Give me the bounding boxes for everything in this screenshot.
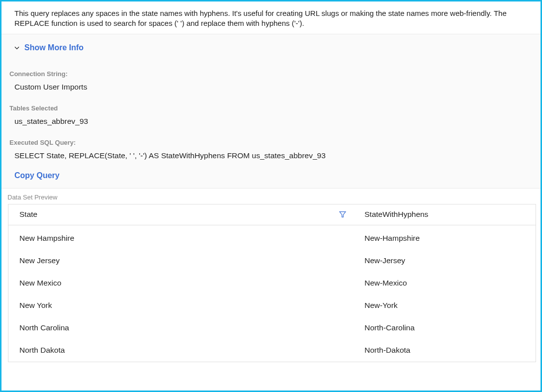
- show-more-toggle[interactable]: Show More Info: [9, 41, 533, 66]
- executed-sql-label: Executed SQL Query:: [9, 135, 533, 150]
- table-row: New MexicoNew-Mexico: [8, 272, 536, 294]
- executed-sql-value: SELECT State, REPLACE(State, ' ', '-') A…: [9, 150, 533, 169]
- tables-selected-label: Tables Selected: [9, 100, 533, 116]
- chevron-down-icon: [13, 44, 20, 51]
- table-header: State StateWithHyphens: [8, 204, 536, 225]
- svg-marker-0: [340, 212, 346, 217]
- cell-state: New Hampshire: [8, 234, 352, 243]
- app-frame: This query replaces any spaces in the st…: [0, 0, 542, 392]
- column-header-state[interactable]: State: [8, 210, 352, 219]
- connection-string-label: Connection String:: [9, 66, 533, 82]
- cell-state: New Jersey: [8, 256, 352, 265]
- query-description: This query replaces any spaces in the st…: [1, 1, 541, 34]
- cell-state-with-hyphens: North-Carolina: [352, 323, 536, 332]
- connection-string-value: Custom User Imports: [9, 82, 533, 100]
- tables-selected-value: us_states_abbrev_93: [9, 116, 533, 135]
- table-row: North CarolinaNorth-Carolina: [8, 317, 536, 339]
- dataset-table: State StateWithHyphens New HampshireNew-…: [8, 204, 536, 362]
- info-panel: Show More Info Connection String: Custom…: [1, 34, 541, 189]
- cell-state-with-hyphens: New-Hampshire: [352, 234, 536, 243]
- table-body: New HampshireNew-HampshireNew JerseyNew-…: [8, 225, 536, 362]
- show-more-label: Show More Info: [24, 43, 84, 52]
- cell-state-with-hyphens: North-Dakota: [352, 346, 536, 355]
- cell-state-with-hyphens: New-Jersey: [352, 256, 536, 265]
- dataset-preview-label: Data Set Preview: [1, 189, 541, 203]
- cell-state: North Dakota: [8, 346, 352, 355]
- cell-state: North Carolina: [8, 323, 352, 332]
- table-row: North DakotaNorth-Dakota: [8, 339, 536, 362]
- column-header-hyphens[interactable]: StateWithHyphens: [352, 210, 536, 219]
- filter-icon[interactable]: [339, 210, 347, 218]
- cell-state: New York: [8, 301, 352, 310]
- table-row: New HampshireNew-Hampshire: [8, 227, 536, 250]
- table-row: New JerseyNew-Jersey: [8, 250, 536, 272]
- column-header-hyphens-label: StateWithHyphens: [364, 210, 428, 218]
- cell-state-with-hyphens: New-York: [352, 301, 536, 310]
- cell-state-with-hyphens: New-Mexico: [352, 279, 536, 288]
- cell-state: New Mexico: [8, 279, 352, 288]
- column-header-state-label: State: [19, 210, 37, 219]
- table-row: New YorkNew-York: [8, 294, 536, 317]
- copy-query-button[interactable]: Copy Query: [9, 169, 533, 180]
